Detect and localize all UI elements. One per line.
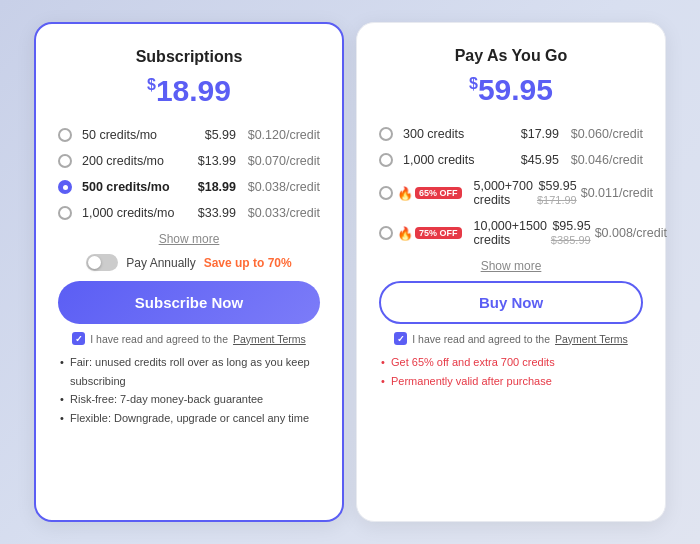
plan-price-wrap: $95.95 $385.99 [551, 219, 591, 247]
plan-row[interactable]: 50 credits/mo$5.99$0.120/credit [58, 122, 320, 148]
plan-per-credit: $0.046/credit [563, 153, 643, 167]
plan-per-credit: $0.070/credit [240, 154, 320, 168]
payasyougo-plan-list: 300 credits$17.99 $0.060/credit1,000 cre… [379, 121, 643, 253]
plan-strikethrough: $385.99 [551, 234, 591, 246]
left-terms-checkbox[interactable] [72, 332, 85, 345]
plan-per-credit: $0.011/credit [581, 186, 653, 200]
annual-toggle[interactable] [86, 254, 118, 271]
discount-badge: 65% OFF [415, 187, 462, 199]
plan-price: $45.95 [521, 153, 559, 167]
plan-price: $33.99 [184, 206, 236, 220]
fire-icon: 🔥 [397, 186, 413, 201]
price-symbol: $ [147, 76, 156, 93]
plan-row[interactable]: 300 credits$17.99 $0.060/credit [379, 121, 643, 147]
plan-per-credit: $0.008/credit [595, 226, 667, 240]
right-bullets-list: Get 65% off and extra 700 creditsPermane… [379, 353, 643, 390]
toggle-save-label: Save up to 70% [204, 256, 292, 270]
plan-strikethrough: $171.99 [537, 194, 577, 206]
plan-row[interactable]: 200 credits/mo$13.99$0.070/credit [58, 148, 320, 174]
main-container: Subscriptions $18.99 50 credits/mo$5.99$… [0, 0, 700, 544]
plan-per-credit: $0.038/credit [240, 180, 320, 194]
plan-price: $17.99 [521, 127, 559, 141]
payasyougo-title: Pay As You Go [379, 47, 643, 65]
bullet-item: Flexible: Downgrade, upgrade or cancel a… [60, 409, 320, 428]
plan-label: 200 credits/mo [82, 154, 180, 168]
right-terms-checkbox[interactable] [394, 332, 407, 345]
bullet-item: Permanently valid after purchase [381, 372, 643, 391]
subscriptions-card: Subscriptions $18.99 50 credits/mo$5.99$… [34, 22, 344, 522]
radio-button[interactable] [379, 127, 393, 141]
right-terms-link[interactable]: Payment Terms [555, 333, 628, 345]
left-terms-link[interactable]: Payment Terms [233, 333, 306, 345]
plan-row[interactable]: 🔥75% OFF10,000+1500 credits$95.95 $385.9… [379, 213, 643, 253]
subscribe-button[interactable]: Subscribe Now [58, 281, 320, 324]
plan-price-wrap: $59.95 $171.99 [537, 179, 577, 207]
payasyougo-card: Pay As You Go $59.95 300 credits$17.99 $… [356, 22, 666, 522]
right-price-symbol: $ [469, 75, 478, 92]
plan-label: 1,000 credits [403, 153, 475, 167]
plan-label: 5,000+700 credits [474, 179, 533, 207]
left-bullets-list: Fair: unused credits roll over as long a… [58, 353, 320, 428]
plan-per-credit: $0.120/credit [240, 128, 320, 142]
radio-button[interactable] [379, 226, 393, 240]
radio-button[interactable] [379, 186, 393, 200]
left-terms-row: I have read and agreed to the Payment Te… [58, 332, 320, 345]
payasyougo-show-more[interactable]: Show more [379, 259, 643, 273]
fire-icon: 🔥 [397, 226, 413, 241]
right-terms-row: I have read and agreed to the Payment Te… [379, 332, 643, 345]
bullet-item: Risk-free: 7-day money-back guarantee [60, 390, 320, 409]
plan-price: $18.99 [184, 180, 236, 194]
subscriptions-title: Subscriptions [58, 48, 320, 66]
subscriptions-plan-list: 50 credits/mo$5.99$0.120/credit200 credi… [58, 122, 320, 226]
subscriptions-price: $18.99 [58, 74, 320, 108]
plan-label: 10,000+1500 credits [474, 219, 547, 247]
left-terms-text: I have read and agreed to the [90, 333, 228, 345]
toggle-knob [88, 256, 101, 269]
badge-fire-wrapper: 🔥65% OFF [397, 186, 464, 201]
radio-button[interactable] [58, 154, 72, 168]
plan-price: $95.95 $385.99 [551, 219, 591, 247]
plan-row[interactable]: 1,000 credits/mo$33.99$0.033/credit [58, 200, 320, 226]
right-terms-text: I have read and agreed to the [412, 333, 550, 345]
badge-fire-wrapper: 🔥75% OFF [397, 226, 464, 241]
plan-price-wrap: $45.95 [479, 153, 559, 167]
discount-badge: 75% OFF [415, 227, 462, 239]
payasyougo-price: $59.95 [379, 73, 643, 107]
plan-label: 300 credits [403, 127, 475, 141]
toggle-label: Pay Annually [126, 256, 195, 270]
plan-row[interactable]: 🔥65% OFF5,000+700 credits$59.95 $171.99$… [379, 173, 643, 213]
plan-price-wrap: $17.99 [479, 127, 559, 141]
plan-label: 500 credits/mo [82, 180, 180, 194]
plan-row[interactable]: 1,000 credits$45.95 $0.046/credit [379, 147, 643, 173]
buy-button[interactable]: Buy Now [379, 281, 643, 324]
bullet-item: Get 65% off and extra 700 credits [381, 353, 643, 372]
plan-price: $59.95 $171.99 [537, 179, 577, 207]
toggle-row: Pay Annually Save up to 70% [58, 254, 320, 271]
subscriptions-show-more[interactable]: Show more [58, 232, 320, 246]
plan-row[interactable]: 500 credits/mo$18.99$0.038/credit [58, 174, 320, 200]
plan-per-credit: $0.060/credit [563, 127, 643, 141]
plan-per-credit: $0.033/credit [240, 206, 320, 220]
bullet-item: Fair: unused credits roll over as long a… [60, 353, 320, 390]
plan-label: 1,000 credits/mo [82, 206, 180, 220]
radio-button[interactable] [58, 180, 72, 194]
plan-label: 50 credits/mo [82, 128, 180, 142]
plan-price: $13.99 [184, 154, 236, 168]
plan-price: $5.99 [184, 128, 236, 142]
radio-button[interactable] [58, 206, 72, 220]
radio-button[interactable] [58, 128, 72, 142]
radio-button[interactable] [379, 153, 393, 167]
